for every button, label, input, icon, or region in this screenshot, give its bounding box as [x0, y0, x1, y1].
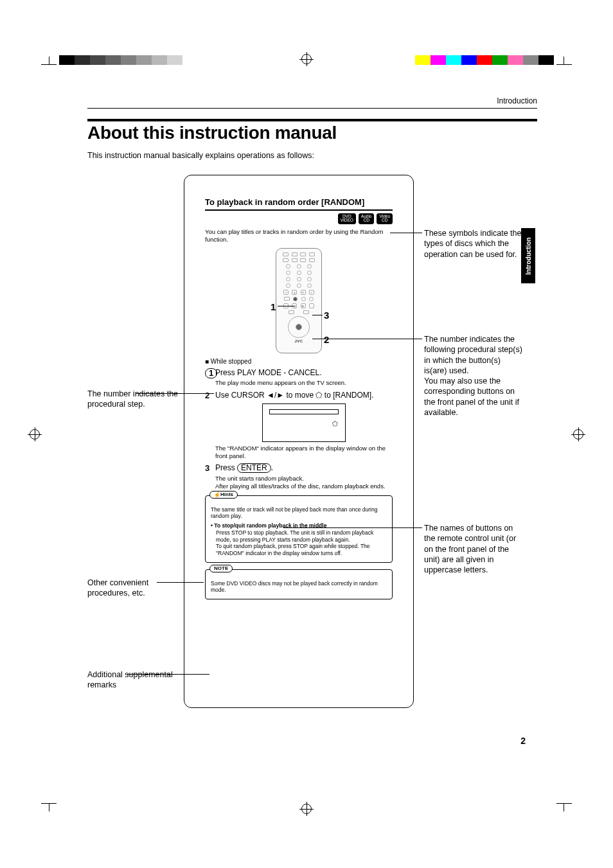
colorbar-colors — [415, 55, 554, 65]
leader-line — [323, 339, 422, 339]
step-sub: The play mode menu appears on the TV scr… — [215, 379, 393, 387]
leader-line — [312, 339, 323, 339]
sample-page-inset: To playback in random order [RANDOM] DVD… — [184, 175, 414, 708]
step-number: 1 — [205, 368, 217, 378]
leader-line — [136, 393, 214, 394]
hint-body: The same title or track will not be play… — [211, 506, 387, 520]
running-head: Introduction — [87, 96, 537, 109]
page-title: About this instruction manual — [87, 123, 537, 143]
hints-box: ☝Hints The same title or track will not … — [205, 495, 393, 563]
step-body: Press ENTER. — [215, 463, 273, 472]
step-body: Use CURSOR ◄/► to move ⬠ to [RANDOM]. — [215, 391, 373, 400]
callout-disc-symbols: These symbols indicate the types of disc… — [424, 228, 524, 260]
note-tab: NOTE — [209, 565, 233, 572]
remote-illustration: +▲▼+ ◀▶ JVC 1 3 2 — [205, 248, 393, 353]
callout-button-names: The names of buttons on the remote contr… — [424, 523, 524, 575]
step-1: 1 Press PLAY MODE - CANCEL. The play mod… — [205, 368, 393, 387]
tv-screen-icon: ⬠ — [262, 403, 346, 442]
intro-line: This instruction manual basically explai… — [87, 151, 537, 160]
leader-line — [390, 233, 422, 233]
disc-type-badges: DVDVIDEOAudioCDVideoCD — [205, 213, 393, 224]
callout-step-number: The number indicates the procedural step… — [87, 389, 187, 410]
crop-mark — [45, 797, 64, 817]
leader-line — [157, 582, 204, 583]
remote-callout-1: 1 — [271, 301, 276, 314]
remote-brand: JVC — [280, 339, 317, 344]
sample-steps: While stopped 1 Press PLAY MODE - CANCEL… — [205, 357, 393, 490]
leader-line — [278, 306, 294, 306]
sample-title: To playback in random order [RANDOM] — [205, 197, 393, 211]
disc-badge: DVDVIDEO — [338, 213, 356, 224]
sample-intro: You can play titles or tracks in random … — [205, 228, 393, 244]
callout-remote-numbers: The number indicates the following proce… — [424, 334, 524, 418]
step-number: 3 — [205, 463, 209, 474]
colorbar-grayscale — [59, 55, 198, 65]
remote-icon: +▲▼+ ◀▶ JVC — [276, 248, 322, 353]
leader-line — [312, 315, 323, 315]
disc-badge: VideoCD — [377, 213, 393, 224]
note-box: NOTE Some DVD VIDEO discs may not be pla… — [205, 569, 393, 599]
hint-title: • To stop/quit random playback in the mi… — [211, 522, 387, 529]
page-content: Introduction About this instruction manu… — [87, 96, 537, 160]
registration-mark-icon — [30, 429, 40, 439]
remote-callout-3: 3 — [324, 309, 329, 322]
step-sub: The "RANDOM" indicator appears in the di… — [215, 445, 393, 460]
section-tab-label: Introduction — [525, 237, 532, 274]
step-3: 3 Press ENTER. The unit starts random pl… — [205, 463, 393, 490]
note-body: Some DVD VIDEO discs may not be played b… — [211, 580, 387, 594]
registration-mark-icon — [573, 429, 583, 439]
page-number: 2 — [520, 736, 526, 746]
remote-callout-2: 2 — [324, 333, 329, 346]
leader-line — [283, 527, 422, 528]
disc-badge: AudioCD — [359, 213, 375, 224]
hints-tab: ☝Hints — [209, 491, 238, 499]
step-number: 2 — [205, 391, 209, 402]
hint-body: Press STOP to stop playback. The unit is… — [211, 529, 387, 557]
step-2: 2 Use CURSOR ◄/► to move ⬠ to [RANDOM]. … — [205, 391, 393, 459]
step-sub: The unit starts random playback. After p… — [215, 475, 393, 490]
step-condition: While stopped — [205, 357, 393, 366]
registration-mark-icon — [301, 804, 312, 814]
crop-mark — [549, 797, 568, 817]
enter-button-label: ENTER — [237, 463, 271, 473]
step-body: Press PLAY MODE - CANCEL. — [215, 368, 322, 377]
registration-mark-icon — [301, 54, 312, 64]
title-rule — [87, 119, 537, 121]
callout-note: Additional supplemental remarks — [87, 669, 187, 691]
callout-hints: Other convenient procedures, etc. — [87, 578, 187, 599]
leader-line — [127, 674, 209, 675]
